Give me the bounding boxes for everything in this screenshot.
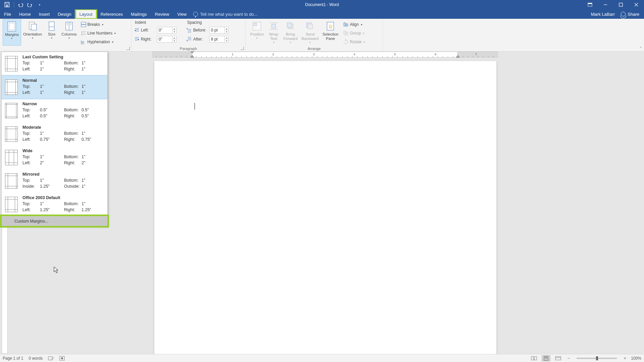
- margins-option-last-custom-setting[interactable]: Last Custom Setting Top:1"Bottom:1" Left…: [2, 52, 107, 75]
- columns-icon: [64, 21, 74, 32]
- window-title: Document1 - Word: [305, 2, 339, 7]
- wrap-text-icon: [268, 21, 279, 32]
- qat-customize-icon[interactable]: ▾: [36, 1, 43, 8]
- send-backward-icon: [305, 21, 315, 32]
- margins-button[interactable]: Margins ▾: [3, 19, 21, 46]
- tab-layout[interactable]: Layout: [75, 9, 97, 19]
- tab-home[interactable]: Home: [15, 9, 35, 19]
- margins-option-mirrored[interactable]: Mirrored Top:1"Bottom:1" Inside:1.25"Out…: [2, 169, 107, 193]
- size-icon: [46, 21, 57, 32]
- spacing-before-field[interactable]: Before:▴▾: [186, 26, 229, 34]
- document-page[interactable]: [154, 61, 496, 362]
- align-icon: [343, 22, 348, 27]
- zoom-slider[interactable]: [577, 358, 617, 359]
- align-button[interactable]: Align▾: [342, 21, 366, 28]
- zoom-level[interactable]: 100%: [631, 356, 641, 361]
- margins-option-wide[interactable]: Wide Top:1"Bottom:1" Left:2"Right:2": [2, 146, 107, 169]
- line-numbers-button[interactable]: 12Line Numbers▾: [80, 29, 117, 37]
- print-layout-icon[interactable]: [542, 355, 550, 361]
- custom-margins-item[interactable]: Custom Margins...: [2, 217, 107, 226]
- tell-me-placeholder: Tell me what you want to do...: [200, 12, 257, 17]
- margins-thumb-icon: [5, 56, 18, 71]
- svg-rect-58: [531, 357, 534, 360]
- group-icon: [343, 31, 348, 36]
- status-words[interactable]: 0 words: [29, 356, 43, 361]
- svg-rect-21: [81, 22, 86, 24]
- collapse-ribbon-icon[interactable]: ⌃: [639, 46, 642, 50]
- bring-forward-icon: [285, 21, 296, 32]
- macro-icon[interactable]: [59, 356, 65, 361]
- tab-design[interactable]: Design: [54, 9, 75, 19]
- margins-option-moderate[interactable]: Moderate Top:1"Bottom:1" Left:0.75"Right…: [2, 122, 107, 146]
- hyphenation-button[interactable]: bcHyphenation▾: [80, 38, 117, 46]
- svg-point-57: [61, 357, 63, 359]
- position-button: Position▾: [248, 19, 266, 46]
- spacing-after-field[interactable]: After:▴▾: [186, 35, 229, 43]
- close-icon[interactable]: [629, 0, 644, 9]
- svg-rect-12: [31, 24, 37, 30]
- margins-option-normal[interactable]: Normal Top:1"Bottom:1" Left:1"Right:1": [1, 75, 108, 99]
- user-name[interactable]: Mark LaBarr: [591, 12, 615, 17]
- spellcheck-icon[interactable]: [48, 356, 54, 361]
- status-page[interactable]: Page 1 of 1: [3, 356, 23, 361]
- chevron-down-icon: ▾: [11, 37, 12, 40]
- svg-rect-47: [287, 23, 292, 27]
- size-button[interactable]: Size ▾: [44, 19, 59, 46]
- indent-right-icon: [134, 37, 140, 42]
- tab-view[interactable]: View: [173, 9, 191, 19]
- orientation-button[interactable]: Orientation ▾: [21, 19, 44, 46]
- margins-icon: [6, 21, 17, 32]
- zoom-in-button[interactable]: +: [622, 356, 628, 361]
- tab-insert[interactable]: Insert: [35, 9, 54, 19]
- breaks-button[interactable]: Breaks▾: [80, 21, 117, 28]
- tell-me-search[interactable]: Tell me what you want to do...: [193, 9, 257, 19]
- svg-rect-46: [288, 24, 293, 29]
- send-backward-button: Send Backward▾: [300, 19, 321, 46]
- paragraph-launcher[interactable]: [240, 47, 244, 50]
- svg-rect-51: [344, 23, 345, 26]
- ribbon-options-icon[interactable]: [582, 0, 598, 9]
- redo-icon[interactable]: [26, 1, 34, 8]
- indent-left-icon: [134, 27, 140, 33]
- svg-text:bc: bc: [81, 40, 85, 44]
- line-numbers-icon: 12: [81, 31, 86, 36]
- svg-rect-41: [253, 22, 261, 30]
- tab-mailings[interactable]: Mailings: [127, 9, 151, 19]
- margins-option-narrow[interactable]: Narrow Top:0.5"Bottom:0.5" Left:0.5"Righ…: [2, 99, 107, 122]
- svg-rect-48: [307, 23, 311, 27]
- indent-left-field[interactable]: Left:▴▾: [134, 26, 176, 34]
- title-bar: ▾ Document1 - Word: [0, 0, 644, 9]
- margins-dropdown: Last Custom Setting Top:1"Bottom:1" Left…: [1, 52, 108, 226]
- text-cursor: [195, 103, 195, 110]
- tab-review[interactable]: Review: [151, 9, 173, 19]
- indent-right-field[interactable]: Right:▴▾: [134, 35, 176, 43]
- maximize-icon[interactable]: [613, 0, 629, 9]
- svg-rect-52: [346, 24, 348, 26]
- selection-pane-button[interactable]: Selection Pane: [321, 19, 340, 46]
- ribbon: Margins ▾ Orientation ▾ Size ▾ Columns ▾…: [0, 19, 644, 52]
- svg-rect-63: [555, 357, 561, 360]
- custom-margins-label: Custom Margins...: [14, 219, 48, 224]
- minimize-icon[interactable]: [598, 0, 613, 9]
- margins-option-office-2003-default[interactable]: Office 2003 Default Top:1"Bottom:1" Left…: [2, 193, 107, 216]
- margins-thumb-icon: [5, 103, 18, 118]
- read-mode-icon[interactable]: [530, 355, 538, 361]
- share-button[interactable]: Share: [621, 12, 639, 17]
- page-setup-launcher[interactable]: [126, 47, 130, 50]
- spacing-header: Spacing: [186, 20, 229, 25]
- zoom-out-button[interactable]: −: [566, 356, 571, 361]
- svg-rect-59: [534, 357, 537, 360]
- svg-rect-1: [6, 2, 8, 4]
- tab-file[interactable]: File: [0, 9, 15, 19]
- undo-icon[interactable]: [17, 1, 24, 8]
- indent-header: Indent: [134, 20, 176, 25]
- lightbulb-icon: [193, 12, 198, 16]
- horizontal-ruler[interactable]: 1234567: [152, 52, 498, 58]
- columns-button[interactable]: Columns ▾: [59, 19, 78, 46]
- web-layout-icon[interactable]: [554, 355, 562, 361]
- orientation-icon: [27, 21, 38, 32]
- margins-thumb-icon: [5, 79, 18, 95]
- save-icon[interactable]: [3, 1, 11, 8]
- svg-rect-49: [308, 24, 313, 29]
- tab-references[interactable]: References: [97, 9, 127, 19]
